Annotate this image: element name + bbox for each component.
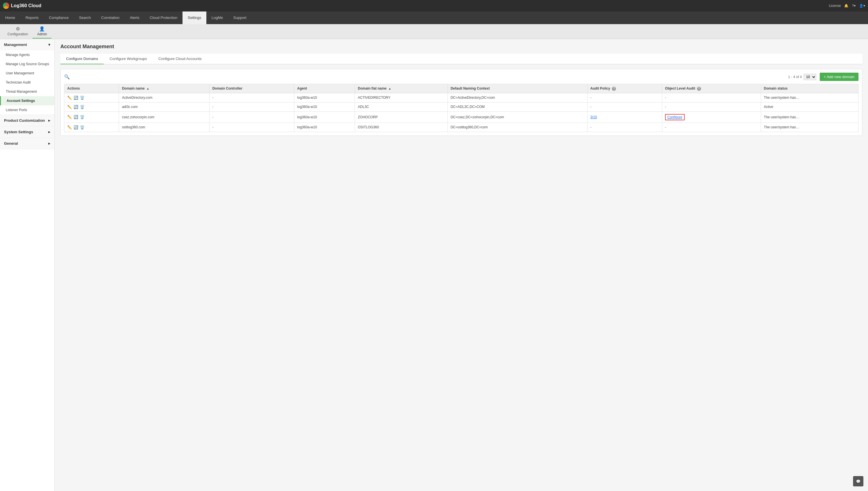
chat-icon[interactable]: 💬 (853, 476, 863, 486)
edit-icon-0[interactable]: ✏️ (67, 96, 72, 100)
per-page-select[interactable]: 10 25 50 (804, 74, 816, 80)
cell-domain-name-1: adl3c.com (119, 102, 209, 111)
edit-icon-3[interactable]: ✏️ (67, 125, 72, 129)
object-level-audit-help-icon[interactable]: ? (697, 87, 701, 91)
user-icon[interactable]: 👤▾ (859, 4, 865, 8)
sidebar-item-account-settings[interactable]: Account Settings (0, 96, 54, 105)
sidebar-item-technician-audit[interactable]: Technician Audit (0, 78, 54, 87)
cell-domain-flat-name-0: ACTIVEDIRECTORY (355, 93, 447, 102)
main-content: Account Management Configure DomainsConf… (55, 39, 868, 491)
nav-tab-support[interactable]: Support (228, 11, 252, 24)
sec-nav-admin[interactable]: 👤Admin (32, 24, 51, 38)
table-row: ✏️ 🔄 🗑️ ActiveDirectory.com-log360a-w10A… (64, 93, 859, 102)
nav-tab-correlation[interactable]: Correlation (96, 11, 125, 24)
sidebar-item-user-management[interactable]: User Management (0, 68, 54, 78)
nav-tab-reports[interactable]: Reports (20, 11, 44, 24)
sidebar-item-manage-log-source-groups[interactable]: Manage Log Source Groups (0, 59, 54, 68)
main-layout: Management▾Manage AgentsManage Log Sourc… (0, 39, 868, 491)
cell-object-level-audit-2[interactable]: Configure (662, 111, 761, 123)
top-right-controls: License 🔔 ?▾ 👤▾ (829, 4, 865, 8)
sidebar-item-listener-ports[interactable]: Listener Ports (0, 105, 54, 115)
nav-tab-settings[interactable]: Settings (183, 11, 206, 24)
col-object-level-audit: Object Level Audit ? (662, 84, 761, 93)
col-audit-policy: Audit Policy ? (587, 84, 662, 93)
cell-audit-policy-2[interactable]: 3/10 (587, 111, 662, 123)
edit-icon-2[interactable]: ✏️ (67, 115, 72, 119)
add-domain-button[interactable]: + Add new domain (820, 73, 859, 81)
sidebar-section-title-general[interactable]: General▸ (0, 138, 54, 149)
cell-audit-policy-1: - (587, 102, 662, 111)
table-row: ✏️ 🔄 🗑️ csez.zohocorpin.com-log360a-w10Z… (64, 111, 859, 123)
sidebar-section-title-system-settings[interactable]: System Settings▸ (0, 126, 54, 138)
nav-tab-logme[interactable]: LogMe (206, 11, 228, 24)
audit-policy-help-icon[interactable]: ? (612, 87, 616, 91)
configure-highlighted-link-2[interactable]: Configure (665, 114, 685, 120)
sec-nav-configuration[interactable]: ⚙Configuration (3, 24, 32, 38)
refresh-icon-1[interactable]: 🔄 (74, 105, 78, 109)
sidebar-item-threat-management[interactable]: Threat Management (0, 87, 54, 96)
chevron-icon: ▾ (48, 42, 50, 47)
cell-actions-1: ✏️ 🔄 🗑️ (64, 102, 119, 111)
table-body: ✏️ 🔄 🗑️ ActiveDirectory.com-log360a-w10A… (64, 93, 859, 132)
nav-tab-alerts[interactable]: Alerts (125, 11, 144, 24)
delete-icon-3[interactable]: 🗑️ (80, 125, 84, 129)
pagination-info: 1 - 4 of 4 10 25 50 (788, 74, 816, 80)
col-actions: Actions (64, 84, 119, 93)
pagination-text: 1 - 4 of 4 (788, 75, 802, 79)
sec-nav-icon-admin: 👤 (39, 26, 45, 32)
cell-domain-name-3: ositlog360.com (119, 123, 209, 132)
delete-icon-2[interactable]: 🗑️ (80, 115, 84, 119)
nav-tab-compliance[interactable]: Compliance (44, 11, 74, 24)
cell-object-level-audit-1: - (662, 102, 761, 111)
top-bar: Log360 Cloud License 🔔 ?▾ 👤▾ (0, 0, 868, 11)
sec-nav-icon-configuration: ⚙ (16, 26, 20, 32)
delete-icon-1[interactable]: 🗑️ (80, 105, 84, 109)
sidebar-section-general: General▸ (0, 138, 54, 149)
nav-tab-home[interactable]: Home (0, 11, 20, 24)
secondary-nav: ⚙Configuration👤Admin (0, 24, 868, 39)
edit-icon-1[interactable]: ✏️ (67, 105, 72, 109)
search-button[interactable]: 🔍 (64, 74, 70, 80)
help-icon[interactable]: ?▾ (852, 4, 856, 8)
col-default-naming-context: Default Naming Context (447, 84, 587, 93)
refresh-icon-3[interactable]: 🔄 (74, 125, 78, 129)
license-link[interactable]: License (829, 4, 841, 8)
tab-configure-workgroups[interactable]: Configure Workgroups (104, 54, 153, 64)
content-tabs: Configure DomainsConfigure WorkgroupsCon… (60, 54, 862, 64)
cell-default-naming-context-1: DC=ADL3C,DC=COM (447, 102, 587, 111)
cell-object-level-audit-3: - (662, 123, 761, 132)
refresh-icon-2[interactable]: 🔄 (74, 115, 78, 119)
sidebar-section-management: Management▾Manage AgentsManage Log Sourc… (0, 39, 54, 115)
cell-object-level-audit-0: - (662, 93, 761, 102)
delete-icon-0[interactable]: 🗑️ (80, 96, 84, 100)
cell-domain-controller-0: - (209, 93, 294, 102)
table-row: ✏️ 🔄 🗑️ ositlog360.com-log360a-w10OSITLO… (64, 123, 859, 132)
tab-configure-domains[interactable]: Configure Domains (60, 54, 104, 64)
cell-domain-status-2: The user/system has… (761, 111, 858, 123)
audit-policy-link-2[interactable]: 3/10 (590, 115, 597, 119)
sidebar: Management▾Manage AgentsManage Log Sourc… (0, 39, 55, 491)
cell-agent-1: log360a-w10 (294, 102, 355, 111)
cell-domain-controller-1: - (209, 102, 294, 111)
refresh-icon-0[interactable]: 🔄 (74, 96, 78, 100)
cell-domain-controller-2: - (209, 111, 294, 123)
cell-domain-status-1: Active (761, 102, 858, 111)
cell-domain-status-0: The user/system has… (761, 93, 858, 102)
col-domain-name[interactable]: Domain name ▲ (119, 84, 209, 93)
sidebar-section-title-product-customization[interactable]: Product Customization▸ (0, 115, 54, 126)
nav-tab-cloud-protection[interactable]: Cloud Protection (144, 11, 183, 24)
page-title: Account Management (60, 44, 862, 50)
bell-icon[interactable]: 🔔 (844, 4, 848, 8)
col-agent: Agent (294, 84, 355, 93)
cell-domain-name-0: ActiveDirectory.com (119, 93, 209, 102)
sidebar-item-manage-agents[interactable]: Manage Agents (0, 50, 54, 59)
cell-domain-flat-name-1: ADL3C (355, 102, 447, 111)
sidebar-section-title-management[interactable]: Management▾ (0, 39, 54, 50)
col-domain-flat-name[interactable]: Domain flat name ▲ (355, 84, 447, 93)
tab-configure-cloud-accounts[interactable]: Configure Cloud Accounts (153, 54, 207, 64)
nav-tab-search[interactable]: Search (74, 11, 96, 24)
cell-actions-2: ✏️ 🔄 🗑️ (64, 111, 119, 123)
cell-audit-policy-3: - (587, 123, 662, 132)
cell-audit-policy-0: - (587, 93, 662, 102)
cell-domain-controller-3: - (209, 123, 294, 132)
